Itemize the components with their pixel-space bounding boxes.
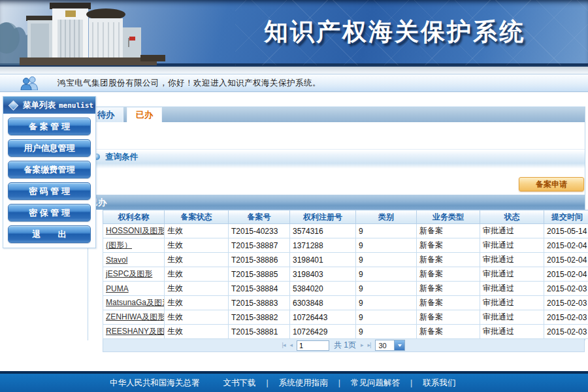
footer-links: 中华人民共和国海关总署文书下载|系统使用指南|常见问题解答|联系我们 — [110, 378, 455, 389]
table-cell: 3198403 — [290, 267, 356, 282]
table-cell: 新备案 — [417, 325, 480, 339]
right-name-link[interactable]: jESPC及图形 — [106, 269, 152, 278]
tab-done[interactable]: 已办 — [127, 107, 162, 122]
footer-separator: | — [410, 378, 412, 387]
right-name-link[interactable]: REESHANY及图形 — [106, 327, 165, 336]
table-cell: jESPC及图形 — [103, 267, 165, 282]
table-cell: 3198401 — [290, 253, 356, 267]
column-header: 提交时间 — [544, 210, 588, 224]
right-name-link[interactable]: (图形） — [106, 240, 132, 250]
table-cell: T2015-38883 — [229, 296, 290, 310]
table-cell: 9 — [356, 296, 417, 310]
table-cell: T2015-38885 — [229, 267, 290, 282]
footer: 中华人民共和国海关总署文书下载|系统使用指南|常见问题解答|联系我们 — [0, 371, 588, 392]
next-page-icon[interactable]: ▸ — [361, 342, 363, 348]
table-cell: T2015-38886 — [229, 253, 290, 267]
table-cell: 审批通过 — [480, 267, 544, 282]
table-cell: 新备案 — [417, 224, 480, 238]
table-cell: 10726429 — [290, 325, 356, 339]
filing-apply-button[interactable]: 备案申请 — [519, 177, 584, 191]
welcome-bar: 鸿宝电气集团股份有限公司，你好！欢迎进入知识产权海关保护系统。 — [0, 74, 588, 92]
right-name-link[interactable]: PUMA — [106, 284, 129, 293]
footer-link-0[interactable]: 中华人民共和国海关总署 — [110, 378, 200, 389]
right-name-link[interactable]: ZENHIWA及图形 — [106, 312, 165, 321]
page-number-input[interactable] — [297, 340, 329, 351]
footer-link-3[interactable]: 常见问题解答 — [351, 378, 400, 389]
table-body: HOSSONI及图形生效T2015-4023335743169新备案审批通过20… — [103, 224, 588, 339]
table-cell: 审批通过 — [480, 253, 544, 267]
right-name-link[interactable]: HOSSONI及图形 — [106, 226, 165, 235]
table-cell: 生效 — [165, 238, 229, 253]
column-header: 备案号 — [229, 210, 290, 224]
menu-list-title-en: menulist — [59, 101, 93, 110]
table-cell: ZENHIWA及图形 — [103, 310, 165, 325]
table-cell: 2015-02-04 — [544, 238, 588, 253]
footer-link-4[interactable]: 联系我们 — [423, 378, 455, 389]
table-cell: 9 — [356, 267, 417, 282]
table-row: (图形）生效T2015-3888713712889新备案审批通过2015-02-… — [103, 238, 588, 253]
query-form-area — [88, 122, 585, 150]
sidebar-item-5[interactable]: 退 出 — [8, 225, 91, 243]
table-cell: 审批通过 — [480, 224, 544, 238]
sidebar-header: 菜单列表 menulist — [3, 97, 95, 114]
table-row: jESPC及图形生效T2015-3888531984039新备案审批通过2015… — [103, 267, 588, 282]
footer-separator: | — [267, 378, 269, 387]
top-banner: 知识产权海关保护系统 — [0, 0, 588, 65]
right-name-link[interactable]: Stavol — [106, 255, 127, 265]
action-button-row: 备案申请 — [88, 169, 585, 195]
sidebar-menu: 菜单列表 menulist 备 案 管 理用户信息管理备案缴费管理密 码 管 理… — [3, 96, 96, 248]
table-cell: 5384020 — [290, 282, 356, 296]
query-conditions-title: 查询条件 — [105, 152, 138, 163]
table-cell: 审批通过 — [480, 310, 544, 325]
column-header: 业务类型 — [417, 210, 480, 224]
table-cell: 生效 — [165, 310, 229, 325]
sidebar-item-0[interactable]: 备 案 管 理 — [8, 118, 91, 135]
query-header-fade — [88, 163, 585, 169]
table-cell: 新备案 — [417, 282, 480, 296]
table-cell: (图形） — [103, 238, 165, 253]
sidebar-buttons: 备 案 管 理用户信息管理备案缴费管理密 码 管 理密 保 管 理退 出 — [3, 118, 95, 243]
main-content-panel: 待办已办 查询条件 备案申请 已办 权利名称备案状态备案号权利注册号类别业务类型… — [88, 106, 585, 340]
first-page-icon[interactable]: |◂ — [282, 342, 286, 348]
table-cell: T2015-38881 — [229, 325, 290, 339]
filings-table: 权利名称备案状态备案号权利注册号类别业务类型状态提交时间 HOSSONI及图形生… — [103, 210, 588, 339]
welcome-message: 鸿宝电气集团股份有限公司，你好！欢迎进入知识产权海关保护系统。 — [57, 78, 321, 89]
table-row: REESHANY及图形生效T2015-38881107264299新备案审批通过… — [103, 325, 588, 339]
column-header: 状态 — [480, 210, 544, 224]
sidebar-item-2[interactable]: 备案缴费管理 — [8, 161, 91, 178]
diamond-icon — [8, 100, 19, 110]
page-total-label: 共 1页 — [334, 340, 356, 351]
done-list-section-bar: 已办 — [88, 195, 585, 210]
table-cell: 生效 — [165, 282, 229, 296]
table-cell: 2015-05-14 — [544, 224, 588, 238]
table-cell: 9 — [356, 224, 417, 238]
page-size-select[interactable]: 30 — [375, 340, 405, 351]
table-cell: T2015-38884 — [229, 282, 290, 296]
table-cell: 2015-02-03 — [544, 325, 588, 339]
table-cell: 2015-02-04 — [544, 267, 588, 282]
table-cell: 审批通过 — [480, 282, 544, 296]
footer-link-1[interactable]: 文书下载 — [223, 378, 256, 389]
column-header: 权利名称 — [103, 210, 165, 224]
menu-list-title: 菜单列表 — [23, 100, 56, 111]
last-page-icon[interactable]: ▸| — [368, 342, 371, 348]
pagination-bar: |◂ ◂ 共 1页 ▸ ▸| 30 — [103, 339, 585, 352]
table-cell: 9 — [356, 282, 417, 296]
table-cell: 2015-02-03 — [544, 282, 588, 296]
right-name-link[interactable]: MatsunaGa及图形 — [106, 298, 165, 307]
sidebar-item-1[interactable]: 用户信息管理 — [8, 139, 91, 157]
sidebar-item-3[interactable]: 密 码 管 理 — [8, 182, 91, 200]
prev-page-icon[interactable]: ◂ — [289, 342, 292, 348]
query-conditions-header: 查询条件 — [88, 150, 585, 163]
chevron-down-icon[interactable] — [394, 340, 404, 350]
table-row: PUMA生效T2015-3888453840209新备案审批通过2015-02-… — [103, 282, 588, 296]
table-cell: T2015-38887 — [229, 238, 290, 253]
tab-bar: 待办已办 — [88, 107, 585, 122]
table-cell: 生效 — [165, 224, 229, 238]
table-row: MatsunaGa及图形生效T2015-3888363038489新备案审批通过… — [103, 296, 588, 310]
sidebar-item-4[interactable]: 密 保 管 理 — [8, 204, 91, 221]
table-cell: 生效 — [165, 253, 229, 267]
table-cell: 2015-02-03 — [544, 296, 588, 310]
footer-link-2[interactable]: 系统使用指南 — [279, 378, 328, 389]
table-cell: T2015-40233 — [229, 224, 290, 238]
